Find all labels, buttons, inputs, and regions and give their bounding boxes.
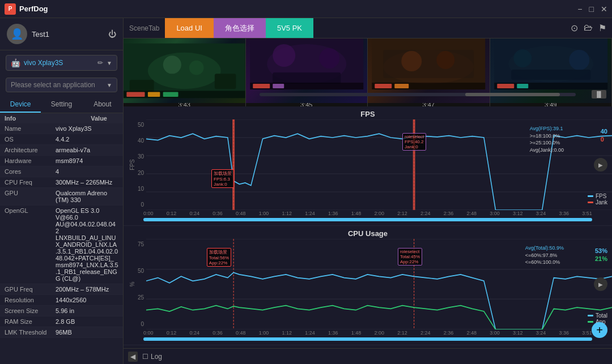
- charts-area: FPS FPS 50 40 30 20 10 0: [124, 106, 612, 348]
- fps-scrollbar[interactable]: [124, 216, 612, 223]
- edit-icon[interactable]: ✏: [97, 59, 103, 67]
- tab-setting[interactable]: Setting: [41, 97, 82, 113]
- sidebar-tabs: Device Setting About: [0, 97, 123, 113]
- svg-rect-14: [273, 72, 341, 84]
- svg-rect-2: [130, 80, 154, 92]
- svg-rect-42: [232, 119, 235, 210]
- info-label: Resolution: [5, 297, 56, 303]
- svg-rect-33: [517, 84, 528, 88]
- screenshot-thumb-2[interactable]: 3:47: [368, 38, 490, 106]
- info-col-header: Info: [5, 115, 16, 122]
- cpu-chart-section: CPU Usage % 75 50 25 0: [124, 226, 612, 345]
- fps-avg-box: Avg(FPS):39.1 >=18:100.0%>=25:100.0%Avg(…: [530, 125, 564, 153]
- info-value: 5.96 in: [56, 307, 74, 314]
- fps-annotation-load: 加载场景FPS:6.3Jank:0: [211, 169, 234, 188]
- cpu-avg-box: Avg(Total):50.9% <=60%:97.8%<=60%:100.0%: [525, 245, 564, 266]
- app-logo: P: [5, 3, 16, 15]
- flag-icon[interactable]: ⚑: [598, 23, 606, 33]
- device-dropdown-arrow-icon[interactable]: ▼: [107, 60, 112, 66]
- info-label: Hardware: [5, 157, 56, 164]
- app-dropdown-arrow-icon: ▼: [107, 82, 112, 88]
- fps-x-axis: 0:000:120:240:360:481:001:121:241:361:48…: [124, 210, 612, 216]
- app-placeholder: Please select an application: [11, 81, 95, 89]
- info-value: OpenGL ES 3.0 V@66.0 AU@04.04.02.048.042…: [56, 207, 118, 282]
- svg-point-5: [189, 61, 204, 75]
- scene-tabs: SceneTab Load UI 角色选择 5V5 PK ⊙ 🗁 ⚑: [124, 18, 612, 38]
- info-value: 200MHz – 578MHz: [56, 286, 109, 293]
- fps-play-button[interactable]: ▶: [594, 158, 607, 172]
- screenshot-strip: 3:43 3:45: [124, 38, 612, 106]
- strip-nav[interactable]: ▐▌: [592, 90, 606, 99]
- scene-tab-load-ui[interactable]: Load UI: [165, 18, 214, 38]
- fps-avg-badges: 40 0: [601, 128, 607, 143]
- location-icon[interactable]: ⊙: [571, 23, 578, 33]
- info-label: RAM Size: [5, 318, 56, 325]
- cpu-avg-badges: 53% 21%: [595, 247, 607, 262]
- cpu-play-button[interactable]: ▶: [594, 277, 607, 291]
- folder-icon[interactable]: 🗁: [584, 23, 593, 33]
- info-value: msm8974: [56, 157, 83, 164]
- svg-point-13: [319, 48, 339, 68]
- main-layout: 👤 Test1 ⏻ 🤖 vivo Xplay3S ✏ ▼ Please sele…: [0, 18, 612, 364]
- screenshot-thumb-1[interactable]: 3:45: [246, 38, 368, 106]
- cpu-annotation-load: 加载场景Total:56%App:22%: [207, 248, 231, 267]
- info-label: OS: [5, 136, 56, 143]
- minimize-button[interactable]: −: [577, 5, 582, 14]
- device-selector[interactable]: 🤖 vivo Xplay3S ✏ ▼: [6, 55, 117, 71]
- info-row: OpenGLOpenGL ES 3.0 V@66.0 AU@04.04.02.0…: [0, 205, 123, 284]
- app-name: PerfDog: [19, 5, 48, 13]
- close-button[interactable]: ✕: [601, 5, 607, 14]
- info-row: Hardwaremsm8974: [0, 156, 123, 166]
- svg-rect-8: [148, 92, 160, 97]
- info-label: OpenGL: [5, 207, 56, 282]
- avatar: 👤: [7, 24, 27, 44]
- device-name-label: vivo Xplay3S: [24, 59, 94, 67]
- svg-point-29: [569, 50, 589, 70]
- cpu-scrollbar[interactable]: +: [124, 336, 612, 342]
- info-header: Info Value: [0, 113, 123, 123]
- info-value: 4: [56, 168, 59, 175]
- info-value: Qualcomm Adreno (TM) 330: [56, 190, 118, 203]
- memory-chart-section: Memory Usage 300 加载场景 roleselect Avg(Mem…: [124, 345, 612, 348]
- info-row: GPUQualcomm Adreno (TM) 330: [0, 188, 123, 205]
- info-row: LMK Threshold96MB: [0, 327, 123, 338]
- fps-legend: FPS Jank: [588, 193, 607, 205]
- titlebar-controls: − □ ✕: [577, 5, 607, 14]
- info-row: CPU Freq300MHz – 2265MHz: [0, 177, 123, 188]
- info-value: 4.4.2: [56, 136, 69, 143]
- info-value: armeabi-v7a: [56, 147, 90, 153]
- power-icon[interactable]: ⏻: [108, 29, 116, 38]
- fps-chart-title: FPS: [124, 109, 612, 119]
- sidebar-user: 👤 Test1 ⏻: [0, 18, 123, 50]
- svg-rect-25: [394, 84, 409, 88]
- tab-about[interactable]: About: [82, 97, 123, 113]
- info-label: Name: [5, 125, 56, 132]
- checkbox-icon[interactable]: ☐: [142, 353, 148, 361]
- svg-point-4: [163, 55, 181, 74]
- svg-rect-24: [375, 84, 392, 88]
- value-col-header: Value: [91, 115, 107, 122]
- memory-chart-title: Memory Usage: [124, 348, 612, 348]
- info-row: Screen Size5.96 in: [0, 306, 123, 316]
- username-label: Test1: [32, 30, 49, 38]
- app-selector[interactable]: Please select an application ▼: [6, 78, 117, 92]
- scene-tab-pk[interactable]: 5V5 PK: [266, 18, 313, 38]
- info-row: Resolution1440x2560: [0, 295, 123, 306]
- svg-rect-20: [383, 50, 474, 78]
- screenshot-thumb-0[interactable]: 3:43: [124, 38, 246, 106]
- log-checkbox[interactable]: ☐ Log: [142, 353, 162, 361]
- info-label: GPU: [5, 190, 56, 203]
- collapse-arrow-icon[interactable]: ◀: [128, 352, 138, 362]
- fps-y-axis-label: FPS: [129, 156, 135, 173]
- tab-device[interactable]: Device: [0, 97, 41, 113]
- maximize-button[interactable]: □: [589, 5, 594, 14]
- svg-rect-17: [273, 84, 284, 88]
- cpu-chart-body: 加载场景Total:56%App:22% roleselectTotal:45%…: [146, 239, 612, 329]
- fps-annotation-role: roleselectFPS:40.2Jank:0: [402, 133, 426, 151]
- cpu-chart-container: % 75 50 25 0: [124, 239, 612, 329]
- svg-point-12: [273, 44, 295, 67]
- scene-tab-jiaose[interactable]: 角色选择: [214, 18, 266, 38]
- add-chart-button[interactable]: +: [592, 322, 607, 338]
- info-value: vivo Xplay3S: [56, 125, 92, 132]
- svg-rect-32: [497, 84, 514, 88]
